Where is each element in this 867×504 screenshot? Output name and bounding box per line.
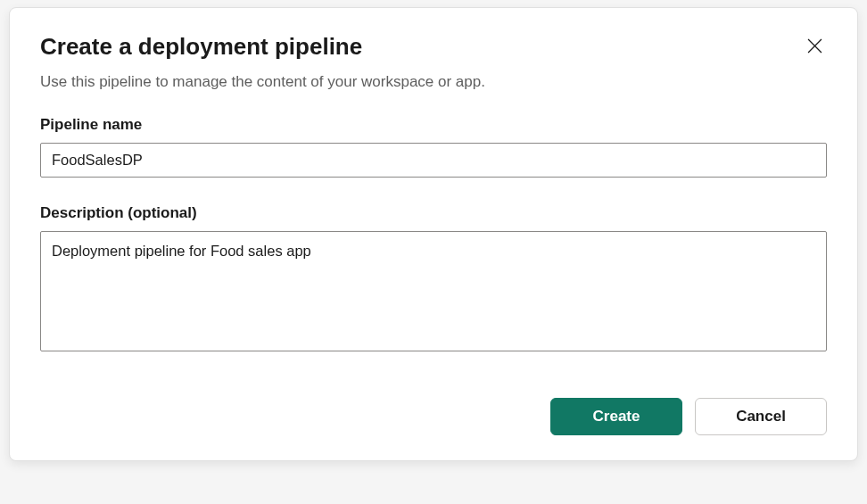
create-button[interactable]: Create: [550, 398, 682, 435]
pipeline-name-input[interactable]: [40, 143, 827, 178]
pipeline-name-label: Pipeline name: [40, 116, 827, 134]
dialog-title: Create a deployment pipeline: [40, 33, 362, 61]
dialog-actions: Create Cancel: [40, 398, 827, 435]
description-field-group: Description (optional): [40, 204, 827, 355]
close-icon: [807, 38, 822, 54]
pipeline-name-field-group: Pipeline name: [40, 116, 827, 178]
dialog-header: Create a deployment pipeline: [40, 33, 827, 61]
dialog-subtitle: Use this pipeline to manage the content …: [40, 73, 827, 91]
close-button[interactable]: [802, 33, 827, 58]
cancel-button[interactable]: Cancel: [695, 398, 827, 435]
description-label: Description (optional): [40, 204, 827, 222]
create-pipeline-dialog: Create a deployment pipeline Use this pi…: [9, 7, 858, 461]
description-input[interactable]: [40, 231, 827, 351]
